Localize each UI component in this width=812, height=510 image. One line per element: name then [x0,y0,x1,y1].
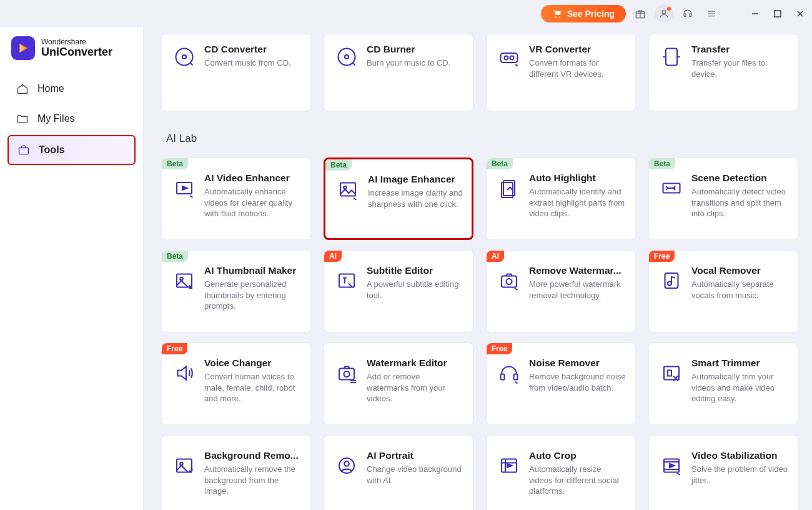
notification-dot [667,7,671,11]
svg-point-9 [345,55,349,59]
tool-card-remove-watermark[interactable]: AIRemove Watermar...More powerful waterm… [486,250,636,332]
window-controls [748,7,807,21]
portrait-icon [334,453,359,478]
badge-beta: Beta [325,159,352,171]
tool-title: AI Image Enhancer [368,173,463,185]
image-icon [335,177,360,202]
tool-title: VR Converter [529,43,626,55]
tool-card-bg-remover[interactable]: Background Remo...Automatically remove t… [161,435,311,510]
tool-title: Scene Detection [691,172,789,184]
scene-icon [659,176,684,201]
tool-card-vr-converter[interactable]: VR ConverterConvert formats for differen… [486,34,636,111]
tool-desc: More powerful watermark removal technolo… [529,279,626,301]
tool-card-auto-highlight[interactable]: BetaAuto HighlightAutomatically identify… [486,158,636,240]
tool-card-subtitle-editor[interactable]: AISubtitle EditorA powerful subtitle edi… [324,250,473,332]
bgrem-icon [172,453,197,478]
badge-free: Free [649,251,675,262]
svg-point-35 [191,468,193,471]
tool-title: Noise Remover [529,357,626,369]
svg-point-28 [344,371,350,377]
menu-icon[interactable] [702,4,721,23]
svg-rect-27 [339,369,354,380]
tool-desc: Automatically detect video transitions a… [691,186,789,219]
vr-icon [497,44,522,69]
tool-card-ai-video-enhancer[interactable]: BetaAI Video EnhancerAutomatically enhan… [161,158,311,240]
music-icon [659,268,684,293]
tool-card-ai-image-enhancer[interactable]: BetaAI Image EnhancerIncrease image clar… [324,158,473,240]
logo: Wondershare UniConverter [7,34,136,72]
svg-point-24 [507,279,512,284]
tool-title: Auto Crop [529,449,626,461]
badge-beta: Beta [162,251,188,262]
tool-card-ai-portrait[interactable]: AI PortraitChange video background with … [324,435,473,510]
tool-title: Smart Trimmer [691,357,789,369]
svg-rect-15 [340,183,355,196]
tool-desc: Change video background with AI. [367,464,464,486]
tool-title: Remove Watermar... [529,264,626,276]
tool-title: Vocal Remover [691,264,789,276]
badge-free: Free [487,343,512,354]
account-icon[interactable] [655,4,673,23]
section-title: AI Lab [161,121,798,148]
logo-mark-icon [11,36,35,60]
tool-card-scene-detection[interactable]: BetaScene DetectionAutomatically detect … [648,158,798,240]
toolbox-icon [17,144,30,156]
support-icon[interactable] [678,4,697,23]
tool-desc: Generate personalized thumbnails by ente… [204,279,302,312]
tool-desc: Automatically resize videos for differen… [529,464,626,497]
tool-card-cd-converter[interactable]: CD ConverterConvert music from CD. [161,34,311,111]
titlebar: See Pricing [0,0,812,28]
tool-title: AI Portrait [367,449,464,461]
gift-icon[interactable] [631,4,650,23]
camera-icon [497,268,522,293]
maximize-button[interactable] [771,7,785,21]
tool-title: Subtitle Editor [367,264,464,276]
svg-rect-22 [339,274,354,288]
tool-title: CD Burner [367,43,464,55]
see-pricing-button[interactable]: See Pricing [541,5,626,22]
stab-icon [659,453,684,478]
see-pricing-label: See Pricing [567,9,615,19]
badge-beta: Beta [649,158,675,169]
tool-desc: Add or remove watermarks from your video… [367,371,464,404]
tool-card-cd-burner[interactable]: CD BurnerBurn your music to CD. [324,34,473,111]
content: Wondershare UniConverter Home My Files T… [0,28,812,510]
svg-rect-30 [514,374,518,380]
tool-grid: CD ConverterConvert music from CD.CD Bur… [161,34,800,510]
tool-title: AI Video Enhancer [204,172,302,184]
crop-icon [497,453,522,478]
tool-desc: Remove background noise from video/audio… [529,371,626,393]
minimize-button[interactable] [748,7,762,21]
svg-rect-13 [666,49,677,66]
text-icon [334,268,359,293]
tool-title: Auto Highlight [529,172,626,184]
tool-card-video-stabilization[interactable]: Video StabilizationSolve the problem of … [648,435,798,510]
tool-card-watermark-editor[interactable]: Watermark EditorAdd or remove watermarks… [324,342,473,425]
device-icon [659,44,684,69]
tool-card-ai-thumbnail[interactable]: BetaAI Thumbnail MakerGenerate personali… [161,250,311,332]
disc-icon [172,44,197,69]
tool-card-voice-changer[interactable]: FreeVoice ChangerConvert human voices to… [161,342,311,425]
badge-beta: Beta [162,158,188,169]
tool-desc: Automatically remove the background from… [204,464,302,497]
tool-title: Video Stabilization [691,449,789,461]
tool-desc: A powerful subtitle editing tool. [367,279,464,301]
tool-card-smart-trimmer[interactable]: Smart TrimmerAutomatically trim your vid… [648,342,798,425]
svg-rect-23 [502,276,517,288]
video-icon [172,176,197,201]
home-icon [16,82,29,95]
thumb-icon [172,268,197,293]
tool-desc: Convert music from CD. [204,58,302,69]
sidebar-item-tools[interactable]: Tools [7,135,136,165]
close-button[interactable] [793,7,807,21]
tool-title: CD Converter [204,43,302,55]
sidebar-item-myfiles[interactable]: My Files [7,105,136,132]
tool-card-auto-crop[interactable]: Auto CropAutomatically resize videos for… [486,435,636,510]
tool-card-noise-remover[interactable]: FreeNoise RemoverRemove background noise… [486,342,636,425]
sidebar-item-home[interactable]: Home [7,75,136,102]
clip-icon [497,176,522,201]
tool-card-transfer[interactable]: TransferTransfer your files to device. [648,34,798,111]
svg-point-1 [559,16,560,18]
camera2-icon [334,361,359,386]
tool-card-vocal-remover[interactable]: FreeVocal RemoverAutomatically separate … [648,250,798,332]
